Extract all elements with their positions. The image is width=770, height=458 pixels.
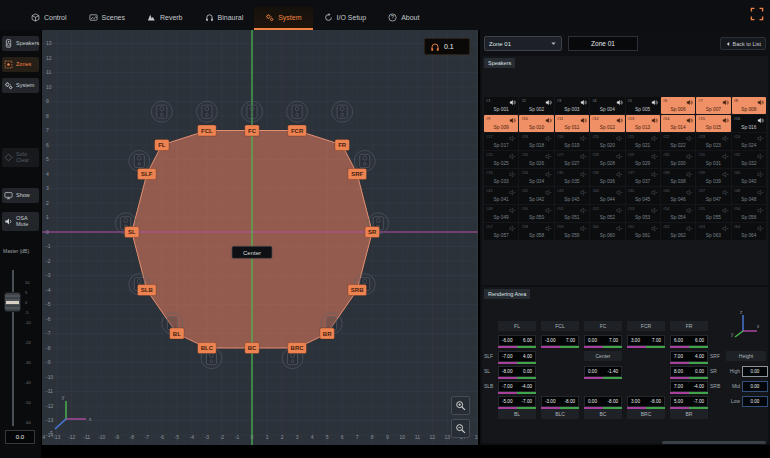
speaker-cell-57[interactable]: #57Sp 057 xyxy=(484,223,518,240)
speaker-cell-44[interactable]: #44Sp 044 xyxy=(590,187,624,204)
zone-name-field[interactable]: Zone 01 xyxy=(568,36,638,51)
height-value-High[interactable]: 0.00 xyxy=(742,366,768,377)
speaker-cell-14[interactable]: #14Sp 014 xyxy=(661,115,695,132)
master-fader-value[interactable]: 0.0 xyxy=(5,430,35,444)
speaker-cell-30[interactable]: #30Sp 030 xyxy=(661,151,695,168)
speaker-label-SLF[interactable]: SLF xyxy=(137,169,156,180)
speaker-cell-62[interactable]: #62Sp 062 xyxy=(661,223,695,240)
speaker-label-SLB[interactable]: SLB xyxy=(137,285,156,296)
speaker-label-FCR[interactable]: FCR xyxy=(288,125,307,136)
sidebar-item-speakers[interactable]: Speakers xyxy=(2,36,39,51)
speaker-label-FL[interactable]: FL xyxy=(155,140,169,151)
speaker-cell-42[interactable]: #42Sp 042 xyxy=(519,187,553,204)
ra-value-BR[interactable]: 5.00-7.00 xyxy=(670,396,708,407)
speaker-cell-32[interactable]: #32Sp 032 xyxy=(732,151,766,168)
ra-value-SL[interactable]: -8.000.00 xyxy=(498,366,536,377)
speaker-cell-48[interactable]: #48Sp 048 xyxy=(732,187,766,204)
speaker-cell-63[interactable]: #63Sp 063 xyxy=(696,223,730,240)
zone-map-canvas[interactable]: FLFCLFCFCRFRSRFSRSRBBRBRCBCBLCBLSLBSLSLF… xyxy=(42,30,478,445)
height-value-Mid[interactable]: 0.00 xyxy=(742,381,768,392)
back-to-list-button[interactable]: Back to List xyxy=(720,37,766,50)
speaker-cell-17[interactable]: #17Sp 017 xyxy=(484,133,518,150)
speaker-label-BLC[interactable]: BLC xyxy=(198,343,217,354)
ra-value-FC[interactable]: 0.007.00 xyxy=(584,335,622,346)
speaker-cell-49[interactable]: #49Sp 049 xyxy=(484,205,518,222)
speaker-cell-19[interactable]: #19Sp 019 xyxy=(555,133,589,150)
ra-value-FL[interactable]: -6.006.00 xyxy=(498,335,536,346)
speaker-label-BRC[interactable]: BRC xyxy=(288,343,307,354)
speaker-cell-64[interactable]: #64Sp 064 xyxy=(732,223,766,240)
speaker-cell-52[interactable]: #52Sp 052 xyxy=(590,205,624,222)
tab-scenes[interactable]: Scenes xyxy=(78,7,136,28)
ra-value-SLB[interactable]: -7.00-4.00 xyxy=(498,381,536,392)
speaker-cell-4[interactable]: #4Sp 004 xyxy=(590,97,624,114)
speaker-label-FC[interactable]: FC xyxy=(245,125,259,136)
speaker-cell-21[interactable]: #21Sp 021 xyxy=(626,133,660,150)
speaker-cell-54[interactable]: #54Sp 054 xyxy=(661,205,695,222)
zoom-out-button[interactable] xyxy=(451,419,470,438)
speaker-cell-56[interactable]: #56Sp 056 xyxy=(732,205,766,222)
speaker-label-SRB[interactable]: SRB xyxy=(348,285,367,296)
tab-about[interactable]: ?About xyxy=(377,7,430,28)
sidebar-item-system[interactable]: System xyxy=(2,78,39,93)
speaker-cell-50[interactable]: #50Sp 050 xyxy=(519,205,553,222)
speaker-cell-29[interactable]: #29Sp 029 xyxy=(626,151,660,168)
speaker-cell-47[interactable]: #47Sp 047 xyxy=(696,187,730,204)
zoom-in-button[interactable] xyxy=(451,396,470,415)
speaker-cell-40[interactable]: #40Sp 040 xyxy=(732,169,766,186)
speaker-cell-1[interactable]: #1Sp 001 xyxy=(484,97,518,114)
speaker-label-BC[interactable]: BC xyxy=(245,343,259,354)
speaker-cell-39[interactable]: #39Sp 039 xyxy=(696,169,730,186)
speaker-cell-2[interactable]: #2Sp 002 xyxy=(519,97,553,114)
tab-control[interactable]: Control xyxy=(20,7,78,28)
speaker-cell-23[interactable]: #23Sp 023 xyxy=(696,133,730,150)
speaker-cell-43[interactable]: #43Sp 043 xyxy=(555,187,589,204)
ra-value-FCL[interactable]: -3.007.00 xyxy=(541,335,579,346)
speaker-cell-22[interactable]: #22Sp 022 xyxy=(661,133,695,150)
speaker-cell-10[interactable]: #10Sp 010 xyxy=(519,115,553,132)
speaker-label-BL[interactable]: BL xyxy=(170,328,184,339)
speaker-cell-6[interactable]: #6Sp 006 xyxy=(661,97,695,114)
ra-value-BC[interactable]: 0.00-8.00 xyxy=(584,396,622,407)
speaker-cell-51[interactable]: #51Sp 051 xyxy=(555,205,589,222)
speaker-cell-28[interactable]: #28Sp 028 xyxy=(590,151,624,168)
speaker-cell-34[interactable]: #34Sp 034 xyxy=(519,169,553,186)
speaker-label-FR[interactable]: FR xyxy=(335,140,349,151)
speaker-cell-38[interactable]: #38Sp 038 xyxy=(661,169,695,186)
tab-binaural[interactable]: Binaural xyxy=(194,7,255,28)
ra-value-SLF[interactable]: -7.004.00 xyxy=(498,351,536,362)
ra-value-FR[interactable]: 6.006.00 xyxy=(670,335,708,346)
ra-value-SR[interactable]: 8.000.00 xyxy=(670,366,708,377)
speaker-cell-24[interactable]: #24Sp 024 xyxy=(732,133,766,150)
speaker-cell-13[interactable]: #13Sp 013 xyxy=(626,115,660,132)
speaker-cell-61[interactable]: #61Sp 061 xyxy=(626,223,660,240)
speaker-cell-33[interactable]: #33Sp 033 xyxy=(484,169,518,186)
sidebar-tool-osa-mute[interactable]: OSA Mute xyxy=(2,212,39,231)
speaker-cell-36[interactable]: #36Sp 036 xyxy=(590,169,624,186)
center-label[interactable]: Center xyxy=(232,246,272,258)
tab-io-setup[interactable]: I/O Setup xyxy=(313,7,378,28)
ra-value-SRF[interactable]: 7.004.00 xyxy=(670,351,708,362)
speaker-cell-18[interactable]: #18Sp 018 xyxy=(519,133,553,150)
speaker-label-FCL[interactable]: FCL xyxy=(198,125,217,136)
speaker-cell-59[interactable]: #59Sp 059 xyxy=(555,223,589,240)
height-value-Low[interactable]: 0.00 xyxy=(742,396,768,407)
speaker-label-SR[interactable]: SR xyxy=(365,227,379,238)
tab-reverb[interactable]: Reverb xyxy=(136,7,194,28)
speaker-cell-16[interactable]: #16Sp 016 xyxy=(732,115,766,132)
speaker-label-SRF[interactable]: SRF xyxy=(348,169,367,180)
speaker-cell-9[interactable]: #9Sp 009 xyxy=(484,115,518,132)
speaker-cell-31[interactable]: #31Sp 031 xyxy=(696,151,730,168)
master-fader-knob[interactable] xyxy=(4,292,21,312)
speaker-cell-25[interactable]: #25Sp 025 xyxy=(484,151,518,168)
speaker-cell-7[interactable]: #7Sp 007 xyxy=(696,97,730,114)
speaker-cell-20[interactable]: #20Sp 020 xyxy=(590,133,624,150)
speaker-cell-12[interactable]: #12Sp 012 xyxy=(590,115,624,132)
speaker-cell-26[interactable]: #26Sp 026 xyxy=(519,151,553,168)
speaker-label-BR[interactable]: BR xyxy=(320,328,334,339)
speaker-cell-55[interactable]: #55Sp 055 xyxy=(696,205,730,222)
ra-value-FCR[interactable]: 3.007.00 xyxy=(627,335,665,346)
speaker-cell-5[interactable]: #5Sp 005 xyxy=(626,97,660,114)
ra-value-center[interactable]: 0.00-1.40 xyxy=(584,366,622,377)
ra-value-BRC[interactable]: 3.00-8.00 xyxy=(627,396,665,407)
